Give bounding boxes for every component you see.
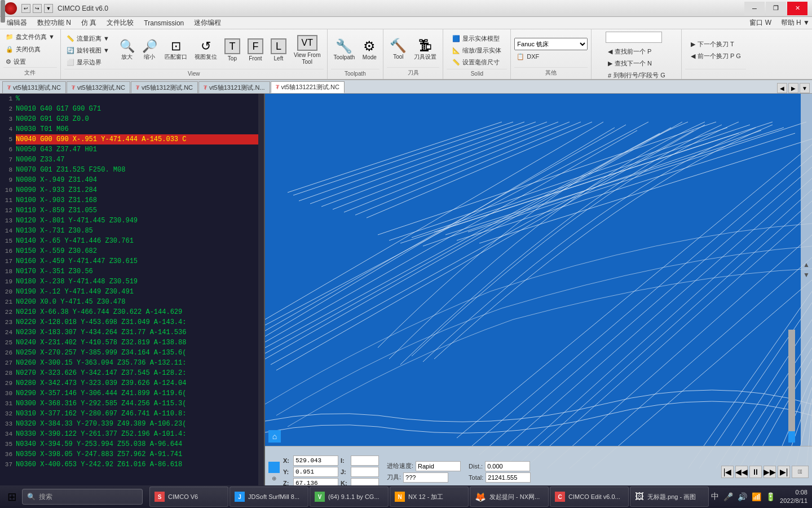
code-line-12[interactable]: 12N0110 X-.859 Z31.055 — [0, 205, 258, 216]
tool-settings-btn[interactable]: 🗜 刀具设置 — [411, 37, 439, 62]
measure-dist-btn[interactable]: 📏 流量距离 ▼ — [64, 33, 112, 44]
code-line-7[interactable]: 7N0060 Z33.47 — [0, 155, 258, 165]
j-input[interactable] — [351, 467, 379, 477]
code-line-14[interactable]: 14N0130 X-.731 Z30.85 — [0, 226, 258, 236]
menu-transmission[interactable]: Transmission — [139, 18, 188, 28]
quick-access[interactable]: ▼ — [44, 4, 53, 13]
code-line-5[interactable]: 5N0040 G00 G90 X-.951 Y-471.444 A-145.03… — [0, 134, 258, 144]
code-line-20[interactable]: 20N0190 X-.12 Y-471.449 Z30.491 — [0, 287, 258, 297]
reset-btn[interactable]: ↺ 视图复位 — [192, 38, 220, 62]
code-line-35[interactable]: 35N0340 X-394.59 Y-253.994 Z55.038 A-96.… — [0, 439, 258, 449]
menu-mini[interactable]: 迷你编程 — [189, 17, 226, 29]
code-line-21[interactable]: 21N0200 X0.0 Y-471.45 Z30.478 — [0, 297, 258, 307]
start-button[interactable]: ⊞ — [5, 487, 20, 507]
tool-btn[interactable]: 🔨 Tool — [387, 37, 409, 62]
dxf-btn[interactable]: 📋 DXF — [514, 52, 588, 62]
undo-btn[interactable]: ↩ — [21, 4, 30, 13]
code-line-17[interactable]: 17N0160 X-.459 Y-471.447 Z30.615 — [0, 256, 258, 266]
feed-input[interactable] — [416, 461, 461, 471]
code-line-24[interactable]: 24N0230 X-183.307 Y-434.264 Z31.77 A-141… — [0, 327, 258, 338]
code-line-16[interactable]: 16N0150 X-.559 Z30.682 — [0, 246, 258, 256]
tab-3[interactable]: ₮ vt5轴13121测试.N... — [198, 81, 270, 93]
scale-solid-btn[interactable]: 📐 缩放/显示实体 — [450, 45, 504, 56]
settings-btn[interactable]: ⚙ 设置 — [3, 56, 28, 67]
menu-editor[interactable]: 编辑器 — [2, 17, 32, 29]
view-from-tool-btn[interactable]: VT View FromTool — [291, 33, 324, 67]
code-line-22[interactable]: 22N0210 X-66.38 Y-466.744 Z30.622 A-144.… — [0, 307, 258, 317]
goto-line-btn[interactable]: # 到制行号/字段号 G — [606, 70, 668, 80]
code-line-19[interactable]: 19N0180 X-.238 Y-471.448 Z30.519 — [0, 277, 258, 287]
menu-sim[interactable]: 仿 真 — [77, 17, 101, 29]
tab-prev-btn[interactable]: ◀ — [777, 83, 787, 93]
menu-compare[interactable]: 文件比较 — [102, 17, 138, 29]
code-line-28[interactable]: 28N0270 X-323.626 Y-342.147 Z37.545 A-12… — [0, 368, 258, 378]
code-line-25[interactable]: 25N0240 X-231.402 Y-410.578 Z32.819 A-13… — [0, 338, 258, 348]
code-line-33[interactable]: 33N0320 X-384.33 Y-270.339 Z49.389 A-106… — [0, 419, 258, 429]
taskbar-cimco-edit[interactable]: C CIMCO Edit v6.0... — [550, 487, 629, 507]
code-line-32[interactable]: 32N0310 X-377.162 Y-280.697 Z46.741 A-11… — [0, 409, 258, 419]
code-line-18[interactable]: 18N0170 X-.351 Z30.56 — [0, 266, 258, 277]
taskbar-firefox[interactable]: 🦊 发起提问 - NX网... — [470, 487, 549, 507]
menu-cnc[interactable]: 数控功能 N — [33, 17, 76, 29]
code-line-6[interactable]: 6N0050 G43 Z37.47 H01 — [0, 144, 258, 155]
close-sim-btn[interactable]: 🔒 关闭仿真 — [3, 44, 43, 55]
taskbar-nx[interactable]: N NX 12 - 加工 — [390, 487, 469, 507]
search-bar[interactable]: 🔍 搜索 — [22, 489, 143, 505]
play-back-btn[interactable]: ◀◀ — [735, 466, 748, 478]
code-line-31[interactable]: 31N0300 X-368.316 Y-292.585 Z44.256 A-11… — [0, 398, 258, 409]
rotate-view-btn[interactable]: 🔄 旋转视图 ▼ — [64, 45, 112, 56]
find-prev-btn[interactable]: ◀ 查找前一个 P — [606, 46, 668, 57]
code-line-8[interactable]: 8N0070 G01 Z31.525 F250. M08 — [0, 165, 258, 175]
left-btn[interactable]: L Left — [268, 37, 289, 64]
total-input[interactable] — [486, 472, 531, 483]
viewport[interactable]: ⌂ ▲ ▼ ⊕ X: I: — [265, 94, 812, 497]
code-line-4[interactable]: 4N0030 T01 M06 — [0, 124, 258, 134]
i-input[interactable] — [351, 456, 379, 466]
progress-slider[interactable] — [788, 330, 795, 443]
nav-down-arrow[interactable]: ▼ — [803, 271, 810, 279]
tab-1[interactable]: ₮ vt5轴132测试.NC — [67, 81, 130, 93]
set-scale-btn[interactable]: 📏 设置毫倍尺寸 — [450, 57, 504, 68]
play-begin-btn[interactable]: |◀ — [721, 466, 734, 478]
play-pause-btn[interactable]: ⏸ — [749, 466, 762, 478]
front-btn[interactable]: F Front — [245, 37, 266, 64]
y-input[interactable] — [293, 467, 338, 477]
code-line-15[interactable]: 15N0140 X-.65 Y-471.446 Z30.761 — [0, 236, 258, 246]
disk-file-sim-btn[interactable]: 📁 盘文件仿真 ▼ — [3, 32, 57, 42]
play-forward-btn[interactable]: ▶▶ — [764, 466, 776, 478]
close-btn[interactable]: ✕ — [787, 2, 807, 15]
code-line-30[interactable]: 30N0290 X-357.146 Y-306.444 Z41.899 A-11… — [0, 388, 258, 398]
code-line-13[interactable]: 13N0120 X-.801 Y-471.445 Z30.949 — [0, 216, 258, 226]
fit-btn[interactable]: ⊡ 匹配窗口 — [162, 38, 190, 62]
code-inner[interactable]: 1%2N0010 G40 G17 G90 G713N0020 G91 G28 Z… — [0, 94, 258, 497]
code-line-11[interactable]: 11N0100 X-.903 Z31.168 — [0, 195, 258, 205]
code-line-10[interactable]: 10N0090 X-.933 Z31.284 — [0, 185, 258, 195]
code-line-36[interactable]: 36N0350 X-398.05 Y-247.883 Z57.962 A-91.… — [0, 449, 258, 459]
find-next-btn[interactable]: ▶ 查找下一个 N — [606, 58, 668, 69]
play-end-btn[interactable]: ▶| — [778, 466, 790, 478]
code-line-27[interactable]: 27N0260 X-300.15 Y-363.094 Z35.736 A-132… — [0, 358, 258, 368]
show-boundary-btn[interactable]: ⬜ 显示边界 — [64, 57, 112, 68]
tab-next-btn[interactable]: ▶ — [788, 83, 798, 93]
tab-2[interactable]: ₮ vt5轴1312测试.NC — [131, 81, 198, 93]
chinese-input-icon[interactable]: 中 — [711, 492, 719, 502]
x-input[interactable] — [293, 456, 338, 466]
top-btn[interactable]: T Top — [222, 37, 243, 64]
taskbar-cimco[interactable]: S CIMCO V6 — [149, 487, 228, 507]
restore-btn[interactable]: ❐ — [766, 2, 786, 15]
code-line-34[interactable]: 34N0330 X-390.122 Y-261.377 Z52.196 A-10… — [0, 429, 258, 439]
taskbar-jdsoft[interactable]: J JDSoft SurfMill 8... — [230, 487, 308, 507]
redo-btn[interactable]: ↪ — [33, 4, 42, 13]
prev-tool-btn[interactable]: ◀ 前一个换刀 P G — [689, 51, 743, 62]
taskbar-paint[interactable]: 🖼 无标题.png - 画图 — [630, 487, 709, 507]
zoom-in-btn[interactable]: 🔍 放大 — [117, 38, 138, 62]
tab-4[interactable]: ₮ vt5轴131221测试.NC — [271, 81, 345, 93]
scroll-indicator[interactable] — [258, 94, 264, 497]
toolpath-btn[interactable]: 🔧 Toolpath — [331, 38, 358, 63]
find-input[interactable] — [606, 32, 662, 43]
code-line-29[interactable]: 29N0280 X-342.473 Y-323.039 Z39.626 A-12… — [0, 378, 258, 388]
tab-0[interactable]: ₮ vt5轴131测试.NC — [2, 81, 66, 93]
dist-input[interactable] — [485, 461, 530, 471]
show-solid-btn[interactable]: 🟦 显示实体模型 — [450, 33, 504, 44]
code-line-23[interactable]: 23N0220 X-128.018 Y-453.698 Z31.049 A-14… — [0, 317, 258, 327]
